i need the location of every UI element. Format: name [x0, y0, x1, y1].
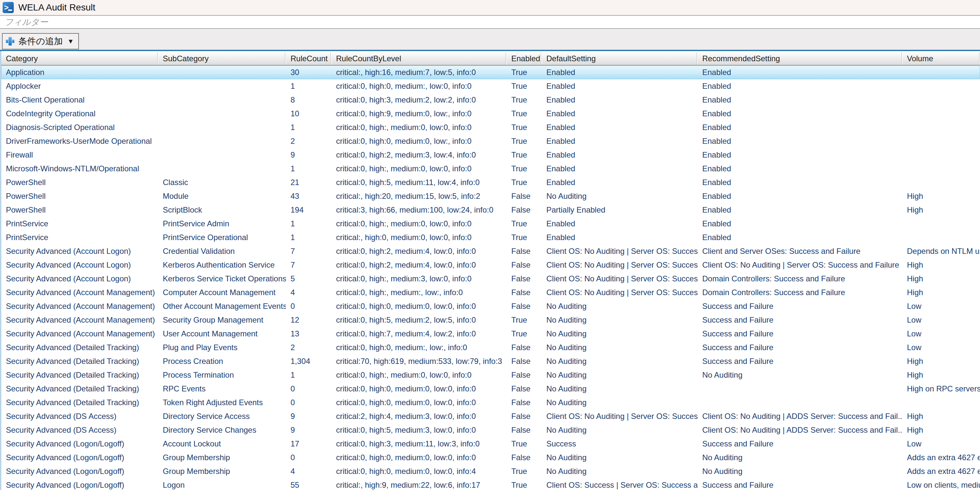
cell-defaultsetting: Enabled	[542, 121, 698, 134]
cell-subcategory	[158, 65, 286, 79]
cell-defaultsetting: No Auditing	[542, 327, 698, 340]
cell-enabled: True	[507, 465, 542, 478]
cell-enabled: True	[507, 313, 542, 327]
table-row[interactable]: DriverFrameworks-UserMode Operational2cr…	[1, 134, 980, 148]
column-header-enabled[interactable]: Enabled	[507, 52, 542, 65]
cell-category: PrintService	[1, 231, 158, 244]
table-row[interactable]: Security Advanced (DS Access)Directory S…	[1, 423, 980, 437]
column-header-category[interactable]: Category	[1, 52, 158, 65]
cell-rulecountbylevel: critical:0, high:0, medium:0, low:, info…	[331, 134, 507, 148]
cell-defaultsetting: Success	[542, 437, 698, 451]
cell-rulecountbylevel: critical:0, high:, medium:0, low:0, info…	[331, 121, 507, 134]
table-row[interactable]: Security Advanced (Detailed Tracking)RPC…	[1, 382, 980, 396]
table-row[interactable]: Diagnosis-Scripted Operational1critical:…	[1, 121, 980, 134]
table-row[interactable]: Security Advanced (Account Logon)Credent…	[1, 244, 980, 258]
cell-category: Bits-Client Operational	[1, 93, 158, 107]
add-condition-button[interactable]: 条件の追加 ▼	[2, 33, 79, 49]
table-row[interactable]: Security Advanced (Account Management)Co…	[1, 286, 980, 299]
cell-category: Security Advanced (Logon/Logoff)	[1, 451, 158, 465]
cell-subcategory	[158, 134, 286, 148]
column-header-volume[interactable]: Volume	[902, 52, 980, 65]
cell-defaultsetting: Enabled	[542, 162, 698, 175]
cell-defaultsetting: No Auditing	[542, 382, 698, 396]
cell-rulecountbylevel: critical:0, high:0, medium:0, low:0, inf…	[331, 299, 507, 313]
cell-recommendedsetting: Enabled	[698, 93, 902, 107]
cell-rulecount: 30	[286, 65, 331, 79]
cell-enabled: True	[507, 65, 542, 79]
table-row[interactable]: Security Advanced (Account Management)Se…	[1, 313, 980, 327]
cell-enabled: False	[507, 299, 542, 313]
table-row[interactable]: Security Advanced (Account Logon)Kerbero…	[1, 258, 980, 272]
table-row[interactable]: PrintServicePrintService Operational1cri…	[1, 231, 980, 244]
table-row[interactable]: Security Advanced (Detailed Tracking)Tok…	[1, 396, 980, 409]
column-header-recommendedsetting[interactable]: RecommendedSetting	[698, 52, 902, 65]
table-row[interactable]: PowerShellModule43critical:, high:20, me…	[1, 189, 980, 203]
cell-rulecount: 12	[286, 313, 331, 327]
cell-rulecount: 7	[286, 258, 331, 272]
cell-defaultsetting: No Auditing	[542, 313, 698, 327]
cell-defaultsetting: Client OS: No Auditing | Server OS: Succ…	[542, 286, 698, 299]
table-row[interactable]: Security Advanced (Account Logon)Kerbero…	[1, 272, 980, 286]
cell-category: Security Advanced (Account Management)	[1, 327, 158, 340]
cell-recommendedsetting: Enabled	[698, 134, 902, 148]
cell-subcategory: Group Membership	[158, 465, 286, 478]
cell-subcategory: ScriptBlock	[158, 203, 286, 217]
cell-defaultsetting: No Auditing	[542, 396, 698, 409]
table-row[interactable]: Security Advanced (Logon/Logoff)Group Me…	[1, 451, 980, 465]
table-row[interactable]: Security Advanced (Detailed Tracking)Plu…	[1, 340, 980, 355]
cell-volume: High	[902, 286, 980, 299]
table-row[interactable]: Security Advanced (Logon/Logoff)Logon55c…	[1, 478, 980, 490]
cell-enabled: False	[507, 451, 542, 465]
cell-category: Security Advanced (Account Management)	[1, 313, 158, 327]
table-row[interactable]: PowerShellClassic21critical:0, high:5, m…	[1, 175, 980, 189]
cell-recommendedsetting: Success and Failure	[698, 299, 902, 313]
cell-rulecount: 1	[286, 217, 331, 231]
cell-volume	[902, 65, 980, 79]
cell-enabled: True	[507, 148, 542, 162]
table-row[interactable]: PowerShellScriptBlock194critical:3, high…	[1, 203, 980, 217]
column-header-rulecountbylevel[interactable]: RuleCountByLevel	[331, 52, 507, 65]
cell-rulecountbylevel: critical:0, high:0, medium:0, low:0, inf…	[331, 465, 507, 478]
table-row[interactable]: Security Advanced (Account Management)Us…	[1, 327, 980, 340]
cell-rulecountbylevel: critical:0, high:0, medium:0, low:0, inf…	[331, 451, 507, 465]
cell-rulecount: 1	[286, 79, 331, 93]
table-row[interactable]: Microsoft-Windows-NTLM/Operational1criti…	[1, 162, 980, 175]
table-row[interactable]: PrintServicePrintService Admin1critical:…	[1, 217, 980, 231]
cell-rulecount: 0	[286, 396, 331, 409]
cell-recommendedsetting	[698, 396, 902, 409]
cell-subcategory: RPC Events	[158, 382, 286, 396]
table-row[interactable]: Bits-Client Operational8critical:0, high…	[1, 93, 980, 107]
table-row[interactable]: Security Advanced (DS Access)Directory S…	[1, 409, 980, 423]
cell-rulecountbylevel: critical:, high:16, medium:7, low:5, inf…	[331, 65, 507, 79]
table-row[interactable]: Firewall9critical:0, high:2, medium:3, l…	[1, 148, 980, 162]
table-row[interactable]: Security Advanced (Account Management)Ot…	[1, 299, 980, 313]
cell-volume	[902, 121, 980, 134]
cell-recommendedsetting: Enabled	[698, 107, 902, 121]
table-row[interactable]: Security Advanced (Logon/Logoff)Account …	[1, 437, 980, 451]
table-row[interactable]: CodeIntegrity Operational10critical:0, h…	[1, 107, 980, 121]
table-row[interactable]: Security Advanced (Logon/Logoff)Group Me…	[1, 465, 980, 478]
table-row[interactable]: Applocker1critical:0, high:0, medium:, l…	[1, 79, 980, 93]
cell-defaultsetting: Client OS: Success | Server OS: Success …	[542, 478, 698, 490]
cell-defaultsetting: No Auditing	[542, 355, 698, 368]
column-header-rulecount[interactable]: RuleCount	[286, 52, 331, 65]
filter-input[interactable]	[0, 16, 980, 28]
cell-rulecount: 1	[286, 368, 331, 382]
column-header-subcategory[interactable]: SubCategory	[158, 52, 286, 65]
cell-recommendedsetting: Success and Failure	[698, 340, 902, 355]
column-header-defaultsetting[interactable]: DefaultSetting	[542, 52, 698, 65]
cell-rulecountbylevel: critical:0, high:5, medium:11, low:4, in…	[331, 175, 507, 189]
table-row[interactable]: Security Advanced (Detailed Tracking)Pro…	[1, 355, 980, 368]
table-row[interactable]: Security Advanced (Detailed Tracking)Pro…	[1, 368, 980, 382]
cell-subcategory: Classic	[158, 175, 286, 189]
cell-enabled: False	[507, 396, 542, 409]
cell-defaultsetting: Enabled	[542, 175, 698, 189]
cell-subcategory: Token Right Adjusted Events	[158, 396, 286, 409]
cell-subcategory: Process Termination	[158, 368, 286, 382]
table-row[interactable]: Application30critical:, high:16, medium:…	[1, 65, 980, 79]
cell-rulecount: 4	[286, 286, 331, 299]
cell-rulecount: 2	[286, 134, 331, 148]
cell-category: Security Advanced (Detailed Tracking)	[1, 355, 158, 368]
cell-category: PowerShell	[1, 189, 158, 203]
table-body[interactable]: Application30critical:, high:16, medium:…	[1, 65, 980, 490]
